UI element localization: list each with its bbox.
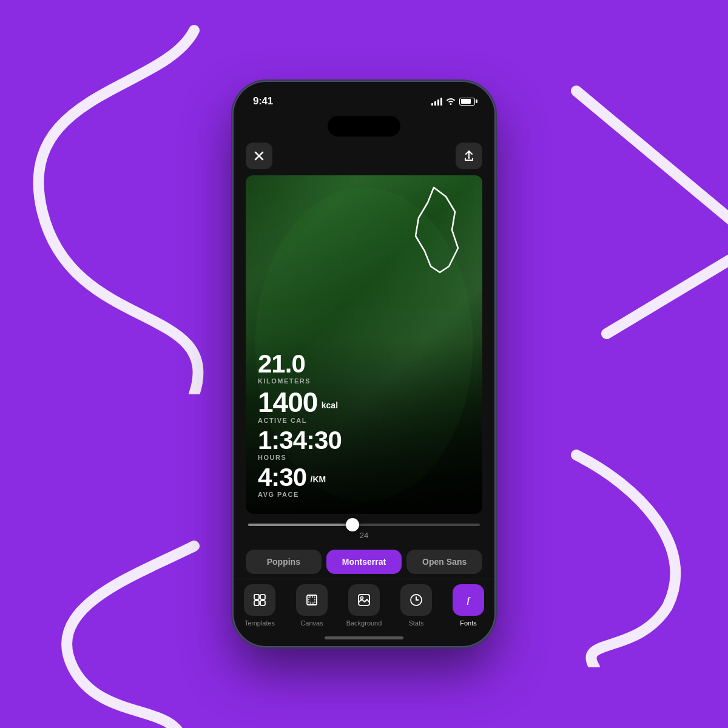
canvas-label: Canvas (300, 619, 323, 627)
fonts-icon: f (461, 593, 476, 607)
font-poppins-button[interactable]: Poppins (246, 550, 322, 574)
distance-label: KILOMETERS (258, 377, 470, 385)
templates-icon (252, 593, 267, 607)
pace-value: 4:30 (258, 463, 306, 491)
svg-rect-1 (254, 595, 259, 599)
toolbar-item-templates[interactable]: Templates (234, 584, 286, 627)
phone-shell: 9:41 (234, 82, 494, 646)
stats-overlay: 21.0 KILOMETERS 1400 kcal ACTIVE CAL 1 (246, 339, 482, 514)
home-indicator (234, 629, 494, 646)
bottom-toolbar: Templates Canvas (234, 579, 494, 629)
background-label: Background (346, 619, 382, 627)
toolbar-item-stats[interactable]: Stats (390, 584, 442, 627)
battery-icon (459, 98, 475, 106)
dynamic-island (328, 116, 400, 136)
header-bar (234, 136, 494, 175)
svg-text:f: f (467, 596, 471, 605)
font-selector: Poppins Montserrat Open Sans (234, 545, 494, 579)
status-icons (431, 96, 475, 107)
calories-label: ACTIVE CAL (258, 417, 470, 424)
pace-stat: 4:30 /KM AVG PACE (258, 465, 470, 498)
templates-label: Templates (244, 619, 275, 627)
slider-area: 24 (234, 514, 494, 545)
background-icon-wrap (348, 584, 380, 616)
time-label: HOURS (258, 454, 470, 461)
svg-point-8 (361, 597, 363, 599)
close-icon (253, 150, 265, 162)
share-icon (463, 150, 475, 162)
svg-rect-4 (260, 601, 265, 605)
time-value: 1:34:30 (258, 426, 342, 454)
status-bar: 9:41 (234, 82, 494, 112)
fonts-icon-wrap: f (453, 584, 484, 616)
share-button[interactable] (456, 143, 482, 169)
image-area: 21.0 KILOMETERS 1400 kcal ACTIVE CAL 1 (246, 175, 482, 514)
wifi-icon (446, 96, 456, 107)
stats-icon-wrap (400, 584, 432, 616)
pace-unit: /KM (311, 474, 326, 484)
svg-rect-3 (254, 601, 259, 605)
canvas-icon (305, 593, 319, 607)
font-opensans-button[interactable]: Open Sans (406, 550, 482, 574)
svg-rect-2 (260, 595, 265, 599)
runner-photo: 21.0 KILOMETERS 1400 kcal ACTIVE CAL 1 (246, 175, 482, 514)
slider-track[interactable] (248, 524, 480, 526)
toolbar-item-background[interactable]: Background (338, 584, 390, 627)
calories-value: 1400 (258, 386, 317, 418)
slider-thumb[interactable] (346, 518, 359, 531)
toolbar-item-canvas[interactable]: Canvas (286, 584, 338, 627)
calories-unit: kcal (322, 400, 338, 410)
templates-icon-wrap (244, 584, 275, 616)
calories-stat: 1400 kcal ACTIVE CAL (258, 388, 470, 424)
home-bar (325, 636, 403, 639)
canvas-icon-wrap (296, 584, 328, 616)
time-stat: 1:34:30 HOURS (258, 428, 470, 461)
distance-value: 21.0 (258, 349, 305, 378)
fonts-label: Fonts (460, 619, 477, 627)
status-time: 9:41 (253, 95, 273, 107)
slider-value: 24 (248, 531, 480, 540)
phone-screen: 9:41 (234, 82, 494, 646)
font-montserrat-button[interactable]: Montserrat (326, 550, 402, 574)
background-icon (357, 593, 371, 607)
stats-icon (409, 593, 423, 607)
svg-rect-6 (309, 597, 315, 603)
distance-stat: 21.0 KILOMETERS (258, 351, 470, 385)
close-button[interactable] (246, 143, 272, 169)
stats-label: Stats (408, 619, 423, 627)
signal-icon (431, 97, 442, 106)
pace-label: AVG PACE (258, 491, 470, 498)
toolbar-item-fonts[interactable]: f Fonts (442, 584, 494, 627)
route-outline (397, 181, 470, 278)
slider-fill (248, 524, 352, 526)
